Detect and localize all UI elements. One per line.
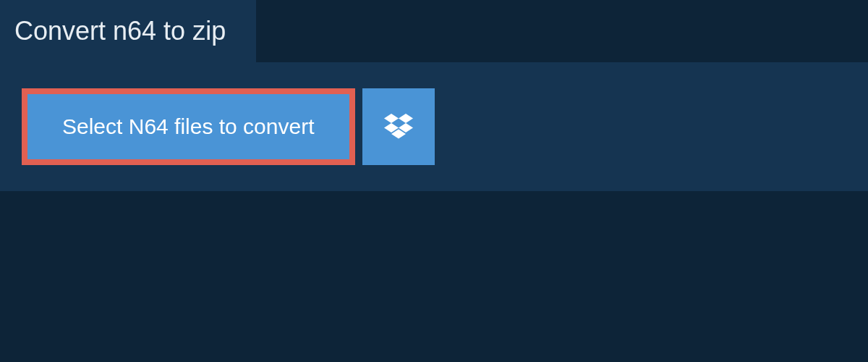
dropbox-button[interactable] — [362, 88, 435, 165]
header-tab: Convert n64 to zip — [0, 0, 256, 62]
button-group: Select N64 files to convert — [22, 88, 846, 165]
content-area: Select N64 files to convert — [0, 62, 868, 191]
select-files-button[interactable]: Select N64 files to convert — [22, 88, 355, 165]
dropbox-icon — [384, 114, 413, 140]
page-title: Convert n64 to zip — [14, 16, 226, 46]
select-files-label: Select N64 files to convert — [62, 114, 315, 139]
